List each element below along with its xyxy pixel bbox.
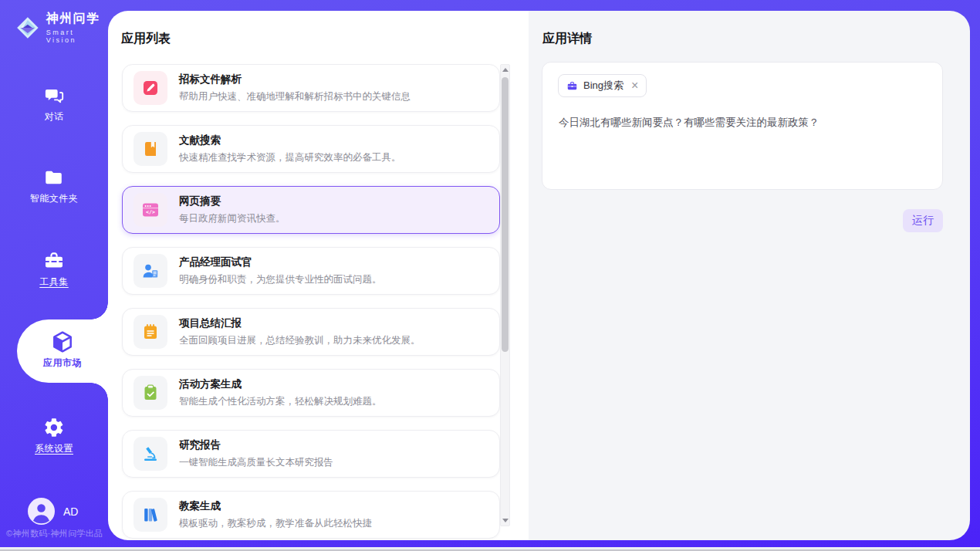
app-card-desc: 每日政府新闻资讯快查。 [179, 212, 286, 225]
clipboard-check-icon [141, 384, 160, 402]
app-card-title: 招标文件解析 [179, 73, 411, 86]
app-icon-tile [133, 71, 167, 105]
app-icon-tile [133, 132, 167, 166]
app-card-bid-parse[interactable]: 招标文件解析 帮助用户快速、准确地理解和解析招标书中的关键信息 [122, 64, 500, 112]
sidebar-item-folder[interactable]: 智能文件夹 [0, 167, 108, 205]
books-icon [141, 505, 160, 524]
microscope-icon [141, 445, 160, 463]
app-list-title: 应用列表 [121, 31, 171, 47]
chat-icon [43, 85, 65, 106]
main-content: 应用列表 招标文件解析 帮助用户快速、准确地理解和解析招标书中的关键信息 [108, 11, 970, 540]
browser-code-icon: </> [141, 201, 160, 219]
app-card-event-plan[interactable]: 活动方案生成 智能生成个性化活动方案，轻松解决规划难题。 [122, 369, 500, 417]
input-toolbar [558, 166, 621, 180]
book-icon [141, 140, 160, 158]
app-card-lesson-plan[interactable]: 教案生成 模板驱动，教案秒成，教学准备从此轻松快捷 [122, 491, 500, 539]
user-avatar-icon [28, 498, 55, 525]
app-list-panel: 应用列表 招标文件解析 帮助用户快速、准确地理解和解析招标书中的关键信息 [108, 11, 529, 540]
app-detail-panel: 应用详情 Bing搜索 × 今日湖北有哪些新闻要点？有哪些需要关注的最新政策？ … [529, 11, 970, 540]
tool-chip-bing-search[interactable]: Bing搜索 × [558, 74, 647, 97]
diamond-logo [15, 15, 40, 40]
app-card-web-summary[interactable]: </> 网页摘要 每日政府新闻资讯快查。 [122, 186, 500, 234]
app-icon-tile: </> [133, 193, 167, 227]
window-bottom-edge [0, 547, 980, 551]
prompt-card: Bing搜索 × 今日湖北有哪些新闻要点？有哪些需要关注的最新政策？ [542, 62, 943, 190]
scroll-down-icon[interactable] [502, 519, 509, 522]
app-card-title: 教案生成 [179, 499, 372, 513]
sidebar-item-settings[interactable]: 系统设置 [0, 417, 108, 455]
app-card-desc: 模板驱动，教案秒成，教学准备从此轻松快捷 [179, 517, 372, 530]
app-card-desc: 明确身份和职责，为您提供专业性的面试问题。 [179, 273, 382, 286]
app-card-title: 项目总结汇报 [179, 316, 421, 330]
scrollbar-thumb[interactable] [502, 77, 509, 352]
scroll-up-icon[interactable] [502, 68, 509, 72]
toolbox-icon [43, 250, 65, 272]
sidebar-item-toolbox[interactable]: 工具集 [0, 250, 108, 289]
cube-icon [50, 330, 75, 354]
app-card-desc: 一键智能生成高质量长文本研究报告 [179, 456, 333, 469]
notepad-icon [141, 323, 160, 341]
app-icon-tile [133, 498, 167, 532]
app-card-literature-search[interactable]: 文献搜索 快速精准查找学术资源，提高研究效率的必备工具。 [122, 125, 500, 173]
app-card-research-report[interactable]: 研究报告 一键智能生成高质量长文本研究报告 [122, 430, 500, 478]
sidebar: 神州问学 Smart Vision 对话 智能文件夹 工具集 应用市场 [0, 0, 108, 547]
briefcase-icon [566, 80, 578, 92]
app-card-title: 研究报告 [179, 438, 333, 452]
app-card-desc: 智能生成个性化活动方案，轻松解决规划难题。 [179, 395, 382, 408]
copyright-footer: ©神州数码·神州问学出品 [6, 528, 110, 539]
app-icon-tile [133, 437, 167, 471]
app-card-title: 文献搜索 [179, 134, 401, 147]
folder-icon [43, 167, 65, 188]
app-card-project-report[interactable]: 项目总结汇报 全面回顾项目进展，总结经验教训，助力未来优化发展。 [122, 308, 500, 356]
user-account[interactable]: AD [28, 498, 78, 525]
run-button[interactable]: 运行 [903, 209, 943, 232]
prompt-input[interactable]: 今日湖北有哪些新闻要点？有哪些需要关注的最新政策？ [559, 115, 927, 130]
app-card-desc: 快速精准查找学术资源，提高研究效率的必备工具。 [179, 151, 401, 164]
edit-pen-icon [141, 79, 160, 97]
app-icon-tile [133, 376, 167, 410]
sidebar-item-chat[interactable]: 对话 [0, 85, 108, 123]
app-card-pm-interviewer[interactable]: 产品经理面试官 明确身份和职责，为您提供专业性的面试问题。 [122, 247, 500, 295]
brand-logo: 神州问学 Smart Vision [15, 11, 108, 44]
tool-chip-label: Bing搜索 [583, 79, 623, 93]
app-detail-title: 应用详情 [542, 31, 592, 47]
interviewer-icon [141, 262, 160, 280]
app-icon-tile [133, 315, 167, 349]
app-card-title: 活动方案生成 [179, 377, 382, 391]
close-icon[interactable]: × [631, 79, 638, 92]
app-card-title: 产品经理面试官 [179, 255, 382, 269]
app-list-scrollbar[interactable] [500, 64, 510, 526]
sidebar-item-market[interactable]: 应用市场 [17, 319, 108, 383]
app-card-desc: 全面回顾项目进展，总结经验教训，助力未来优化发展。 [179, 334, 421, 347]
user-name: AD [63, 505, 78, 518]
gear-icon [43, 417, 65, 438]
brand-tagline: Smart Vision [46, 29, 108, 44]
svg-text:</>: </> [146, 209, 155, 215]
app-window: 神州问学 Smart Vision 对话 智能文件夹 工具集 应用市场 [0, 0, 980, 551]
brand-name: 神州问学 [46, 11, 108, 27]
app-card-desc: 帮助用户快速、准确地理解和解析招标书中的关键信息 [179, 90, 411, 103]
app-card-title: 网页摘要 [179, 194, 286, 208]
app-list: 招标文件解析 帮助用户快速、准确地理解和解析招标书中的关键信息 文献搜索 快速精… [122, 64, 500, 540]
app-icon-tile [133, 254, 167, 288]
